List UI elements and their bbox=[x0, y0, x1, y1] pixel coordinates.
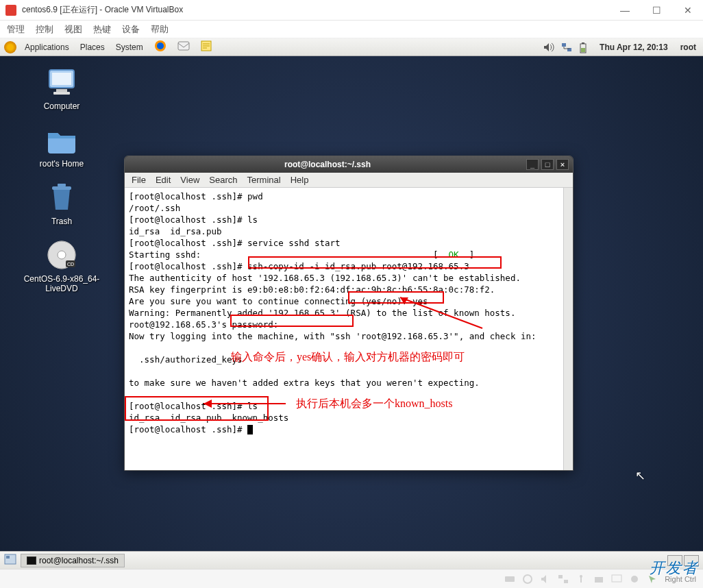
terminal-maximize-button[interactable]: □ bbox=[541, 159, 554, 170]
vbox-window-title: centos6.9 [正在运行] - Oracle VM VirtualBox bbox=[22, 4, 615, 16]
vbox-menu-help[interactable]: 帮助 bbox=[151, 23, 169, 36]
svg-rect-28 bbox=[505, 576, 515, 582]
svg-rect-33 bbox=[580, 577, 582, 583]
svg-rect-34 bbox=[595, 577, 603, 583]
network-icon[interactable] bbox=[561, 42, 572, 52]
guest-screen: Applications Places System Thu Apr 12, 2… bbox=[0, 38, 703, 569]
vbox-display-icon[interactable] bbox=[611, 574, 622, 584]
vbox-network-icon[interactable] bbox=[558, 574, 569, 584]
mouse-cursor-icon: ↖ bbox=[635, 468, 645, 483]
vbox-audio-icon[interactable] bbox=[540, 574, 551, 584]
svg-rect-30 bbox=[558, 575, 563, 578]
svg-rect-13 bbox=[52, 186, 71, 190]
vbox-shared-icon[interactable] bbox=[593, 574, 604, 584]
desktop-icon-home[interactable]: root's Home bbox=[21, 123, 103, 169]
terminal-minimize-button[interactable]: _ bbox=[526, 159, 539, 170]
desktop-icon-dvd[interactable]: CD CentOS-6.9-x86_64-LiveDVD bbox=[21, 238, 103, 293]
svg-rect-25 bbox=[6, 556, 10, 559]
desktop-icon-trash[interactable]: Trash bbox=[21, 181, 103, 226]
taskbar-item-label: root@localhost:~/.ssh bbox=[39, 556, 119, 565]
svg-point-1 bbox=[157, 42, 164, 49]
svg-rect-27 bbox=[27, 557, 36, 564]
desktop-label-dvd: CentOS-6.9-x86_64-LiveDVD bbox=[21, 274, 103, 293]
terminal-output: [root@localhost .ssh]# pwd /root/.ssh [r… bbox=[129, 191, 569, 435]
svg-rect-8 bbox=[581, 48, 585, 52]
terminal-menu-view[interactable]: View bbox=[180, 175, 199, 185]
minimize-button[interactable]: — bbox=[615, 3, 634, 18]
svg-rect-31 bbox=[564, 580, 568, 583]
menu-applications[interactable]: Applications bbox=[22, 41, 72, 53]
vbox-recording-icon[interactable] bbox=[629, 574, 640, 584]
vbox-menu-control[interactable]: 控制 bbox=[36, 23, 53, 36]
close-button[interactable]: ✕ bbox=[678, 3, 698, 18]
terminal-menu-file[interactable]: File bbox=[132, 175, 146, 185]
user-menu[interactable]: root bbox=[678, 41, 699, 53]
svg-rect-7 bbox=[582, 42, 584, 44]
vbox-host-key: Right Ctrl bbox=[665, 575, 696, 583]
gnome-top-panel: Applications Places System Thu Apr 12, 2… bbox=[0, 38, 703, 56]
vbox-usb-icon[interactable] bbox=[576, 574, 587, 584]
svg-rect-10 bbox=[52, 73, 71, 85]
distro-logo-icon[interactable] bbox=[4, 41, 16, 53]
desktop-icons: Computer root's Home Trash CD CentOS-6.9… bbox=[21, 66, 103, 293]
vbox-menu-manage[interactable]: 管理 bbox=[7, 23, 25, 36]
notes-icon[interactable] bbox=[198, 39, 214, 55]
volume-icon[interactable] bbox=[543, 42, 554, 52]
taskbar-item-terminal[interactable]: root@localhost:~/.ssh bbox=[21, 554, 125, 567]
vbox-titlebar: centos6.9 [正在运行] - Oracle VM VirtualBox … bbox=[0, 0, 703, 21]
svg-point-29 bbox=[523, 575, 532, 583]
vbox-menubar: 管理 控制 视图 热键 设备 帮助 bbox=[0, 21, 703, 38]
terminal-menu-search[interactable]: Search bbox=[209, 175, 237, 185]
desktop-label-trash: Trash bbox=[51, 217, 72, 226]
terminal-close-button[interactable]: × bbox=[556, 159, 569, 170]
svg-text:CD: CD bbox=[67, 262, 74, 267]
battery-icon[interactable] bbox=[579, 42, 590, 52]
terminal-menu-help[interactable]: Help bbox=[291, 175, 309, 185]
vbox-window-controls: — ☐ ✕ bbox=[615, 3, 698, 18]
vbox-hdd-icon[interactable] bbox=[504, 574, 515, 584]
menu-system[interactable]: System bbox=[113, 41, 146, 53]
terminal-body[interactable]: [root@localhost .ssh]# pwd /root/.ssh [r… bbox=[125, 188, 573, 470]
show-desktop-icon[interactable] bbox=[4, 554, 16, 567]
vbox-statusbar: Right Ctrl bbox=[0, 569, 703, 588]
terminal-menu-edit[interactable]: Edit bbox=[156, 175, 171, 185]
desktop-label-home: root's Home bbox=[40, 159, 84, 169]
svg-point-36 bbox=[631, 576, 638, 583]
svg-rect-14 bbox=[58, 184, 66, 186]
terminal-menu-terminal[interactable]: Terminal bbox=[247, 175, 281, 185]
workspace-switcher[interactable] bbox=[667, 555, 699, 566]
svg-rect-2 bbox=[178, 42, 189, 50]
virtualbox-icon bbox=[5, 5, 16, 16]
vbox-menu-devices[interactable]: 设备 bbox=[122, 23, 140, 36]
firefox-launcher-icon[interactable] bbox=[151, 38, 169, 56]
terminal-menubar: File Edit View Search Terminal Help bbox=[125, 173, 573, 188]
terminal-title: root@localhost:~/.ssh bbox=[129, 160, 526, 169]
menu-places[interactable]: Places bbox=[77, 41, 108, 53]
workspace-2[interactable] bbox=[684, 555, 699, 566]
maximize-button[interactable]: ☐ bbox=[647, 3, 666, 18]
vbox-menu-input[interactable]: 热键 bbox=[93, 23, 111, 36]
desktop-label-computer: Computer bbox=[44, 101, 80, 111]
terminal-scrollbar[interactable] bbox=[563, 188, 573, 470]
terminal-titlebar[interactable]: root@localhost:~/.ssh _ □ × bbox=[125, 156, 573, 173]
svg-point-16 bbox=[58, 251, 66, 259]
vbox-optical-icon[interactable] bbox=[522, 574, 533, 584]
svg-rect-11 bbox=[56, 89, 67, 92]
svg-rect-4 bbox=[562, 43, 566, 47]
terminal-window: root@localhost:~/.ssh _ □ × File Edit Vi… bbox=[124, 156, 574, 471]
vbox-menu-view[interactable]: 视图 bbox=[64, 23, 82, 36]
svg-rect-35 bbox=[612, 575, 621, 582]
terminal-cursor bbox=[247, 425, 253, 434]
gnome-bottom-panel: root@localhost:~/.ssh bbox=[0, 551, 703, 569]
vbox-mouse-icon[interactable] bbox=[647, 574, 658, 584]
svg-rect-12 bbox=[53, 92, 70, 95]
clock[interactable]: Thu Apr 12, 20:13 bbox=[597, 41, 671, 53]
desktop-icon-computer[interactable]: Computer bbox=[21, 66, 103, 111]
workspace-1[interactable] bbox=[667, 555, 682, 566]
mail-icon[interactable] bbox=[175, 39, 193, 55]
